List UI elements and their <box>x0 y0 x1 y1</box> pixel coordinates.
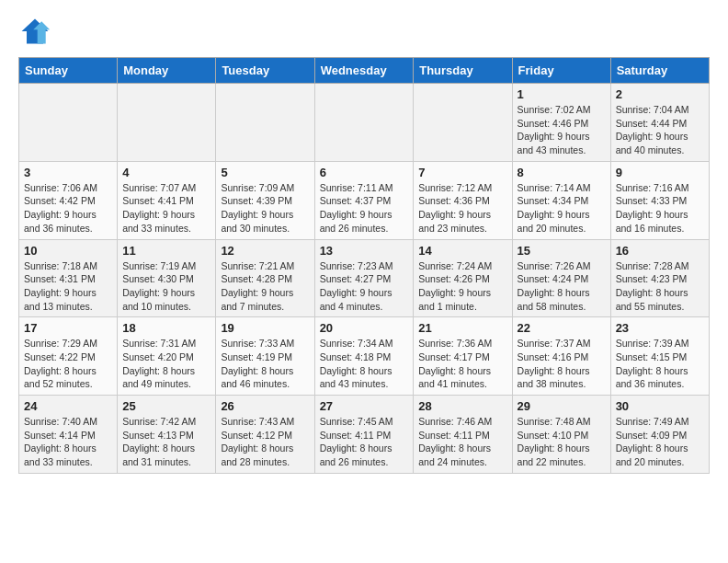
calendar-week-4: 24Sunrise: 7:40 AM Sunset: 4:14 PM Dayli… <box>19 396 710 474</box>
calendar-header-friday: Friday <box>512 58 610 84</box>
day-info: Sunrise: 7:24 AM Sunset: 4:26 PM Dayligh… <box>418 259 506 314</box>
day-number: 3 <box>24 166 112 179</box>
calendar-week-0: 1Sunrise: 7:02 AM Sunset: 4:46 PM Daylig… <box>19 84 710 162</box>
day-info: Sunrise: 7:02 AM Sunset: 4:46 PM Dayligh… <box>518 103 606 157</box>
calendar-cell: 5Sunrise: 7:09 AM Sunset: 4:39 PM Daylig… <box>216 161 314 239</box>
day-info: Sunrise: 7:42 AM Sunset: 4:13 PM Dayligh… <box>122 415 210 469</box>
calendar-cell <box>118 84 216 162</box>
calendar-cell: 20Sunrise: 7:34 AM Sunset: 4:18 PM Dayli… <box>314 317 414 396</box>
day-info: Sunrise: 7:23 AM Sunset: 4:27 PM Dayligh… <box>320 259 409 314</box>
calendar-cell <box>414 84 512 162</box>
day-info: Sunrise: 7:34 AM Sunset: 4:18 PM Dayligh… <box>320 337 409 391</box>
day-info: Sunrise: 7:19 AM Sunset: 4:30 PM Dayligh… <box>122 259 210 314</box>
logo-icon <box>18 15 51 48</box>
calendar-cell: 22Sunrise: 7:37 AM Sunset: 4:16 PM Dayli… <box>512 317 610 396</box>
day-number: 21 <box>418 321 506 335</box>
day-number: 17 <box>24 321 112 335</box>
calendar-header-thursday: Thursday <box>414 58 512 84</box>
calendar-cell: 18Sunrise: 7:31 AM Sunset: 4:20 PM Dayli… <box>118 317 216 396</box>
day-info: Sunrise: 7:48 AM Sunset: 4:10 PM Dayligh… <box>518 415 606 469</box>
page-container: SundayMondayTuesdayWednesdayThursdayFrid… <box>0 0 728 488</box>
day-number: 6 <box>320 166 409 179</box>
day-number: 1 <box>518 87 606 101</box>
day-info: Sunrise: 7:45 AM Sunset: 4:11 PM Dayligh… <box>320 415 409 469</box>
calendar-cell: 19Sunrise: 7:33 AM Sunset: 4:19 PM Dayli… <box>216 317 314 396</box>
day-info: Sunrise: 7:36 AM Sunset: 4:17 PM Dayligh… <box>418 337 506 391</box>
calendar-cell <box>216 84 314 162</box>
calendar-cell: 3Sunrise: 7:06 AM Sunset: 4:42 PM Daylig… <box>19 161 118 239</box>
day-info: Sunrise: 7:40 AM Sunset: 4:14 PM Dayligh… <box>24 415 112 469</box>
day-number: 9 <box>616 166 704 179</box>
calendar-cell: 30Sunrise: 7:49 AM Sunset: 4:09 PM Dayli… <box>610 396 709 474</box>
day-info: Sunrise: 7:37 AM Sunset: 4:16 PM Dayligh… <box>518 337 606 391</box>
day-info: Sunrise: 7:26 AM Sunset: 4:24 PM Dayligh… <box>518 259 606 314</box>
calendar-cell <box>314 84 414 162</box>
day-number: 24 <box>24 399 112 413</box>
header <box>18 15 710 48</box>
day-number: 8 <box>518 166 606 179</box>
day-number: 2 <box>616 87 704 101</box>
day-info: Sunrise: 7:09 AM Sunset: 4:39 PM Dayligh… <box>221 181 309 236</box>
day-info: Sunrise: 7:12 AM Sunset: 4:36 PM Dayligh… <box>418 181 506 236</box>
calendar-cell: 27Sunrise: 7:45 AM Sunset: 4:11 PM Dayli… <box>314 396 414 474</box>
day-info: Sunrise: 7:07 AM Sunset: 4:41 PM Dayligh… <box>122 181 210 236</box>
day-number: 5 <box>221 166 309 179</box>
day-info: Sunrise: 7:28 AM Sunset: 4:23 PM Dayligh… <box>616 259 704 314</box>
calendar-cell: 13Sunrise: 7:23 AM Sunset: 4:27 PM Dayli… <box>314 239 414 317</box>
calendar-header-saturday: Saturday <box>610 58 709 84</box>
day-number: 30 <box>616 399 704 413</box>
calendar-header-monday: Monday <box>118 58 216 84</box>
day-info: Sunrise: 7:46 AM Sunset: 4:11 PM Dayligh… <box>418 415 506 469</box>
calendar-week-3: 17Sunrise: 7:29 AM Sunset: 4:22 PM Dayli… <box>19 317 710 396</box>
day-number: 13 <box>320 244 409 258</box>
calendar-cell: 8Sunrise: 7:14 AM Sunset: 4:34 PM Daylig… <box>512 161 610 239</box>
calendar-header-sunday: Sunday <box>19 58 118 84</box>
calendar-cell: 12Sunrise: 7:21 AM Sunset: 4:28 PM Dayli… <box>216 239 314 317</box>
day-number: 29 <box>518 399 606 413</box>
day-number: 27 <box>320 399 409 413</box>
day-info: Sunrise: 7:39 AM Sunset: 4:15 PM Dayligh… <box>616 337 704 391</box>
calendar-cell: 25Sunrise: 7:42 AM Sunset: 4:13 PM Dayli… <box>118 396 216 474</box>
day-info: Sunrise: 7:14 AM Sunset: 4:34 PM Dayligh… <box>518 181 606 236</box>
day-number: 4 <box>122 166 210 179</box>
day-number: 10 <box>24 244 112 258</box>
day-number: 18 <box>122 321 210 335</box>
calendar-week-1: 3Sunrise: 7:06 AM Sunset: 4:42 PM Daylig… <box>19 161 710 239</box>
calendar-cell: 26Sunrise: 7:43 AM Sunset: 4:12 PM Dayli… <box>216 396 314 474</box>
day-number: 14 <box>418 244 506 258</box>
day-info: Sunrise: 7:18 AM Sunset: 4:31 PM Dayligh… <box>24 259 112 314</box>
calendar-cell: 23Sunrise: 7:39 AM Sunset: 4:15 PM Dayli… <box>610 317 709 396</box>
day-info: Sunrise: 7:16 AM Sunset: 4:33 PM Dayligh… <box>616 181 704 236</box>
calendar-cell: 29Sunrise: 7:48 AM Sunset: 4:10 PM Dayli… <box>512 396 610 474</box>
day-number: 12 <box>221 244 309 258</box>
calendar-cell: 7Sunrise: 7:12 AM Sunset: 4:36 PM Daylig… <box>414 161 512 239</box>
calendar-cell: 11Sunrise: 7:19 AM Sunset: 4:30 PM Dayli… <box>118 239 216 317</box>
day-info: Sunrise: 7:06 AM Sunset: 4:42 PM Dayligh… <box>24 181 112 236</box>
day-number: 26 <box>221 399 309 413</box>
calendar-week-2: 10Sunrise: 7:18 AM Sunset: 4:31 PM Dayli… <box>19 239 710 317</box>
day-info: Sunrise: 7:11 AM Sunset: 4:37 PM Dayligh… <box>320 181 409 236</box>
calendar-table: SundayMondayTuesdayWednesdayThursdayFrid… <box>18 57 710 474</box>
calendar-cell: 9Sunrise: 7:16 AM Sunset: 4:33 PM Daylig… <box>610 161 709 239</box>
calendar-cell: 14Sunrise: 7:24 AM Sunset: 4:26 PM Dayli… <box>414 239 512 317</box>
calendar-cell: 2Sunrise: 7:04 AM Sunset: 4:44 PM Daylig… <box>610 84 709 162</box>
day-info: Sunrise: 7:29 AM Sunset: 4:22 PM Dayligh… <box>24 337 112 391</box>
calendar-cell: 6Sunrise: 7:11 AM Sunset: 4:37 PM Daylig… <box>314 161 414 239</box>
calendar-cell: 28Sunrise: 7:46 AM Sunset: 4:11 PM Dayli… <box>414 396 512 474</box>
calendar-header-wednesday: Wednesday <box>314 58 414 84</box>
calendar-cell: 10Sunrise: 7:18 AM Sunset: 4:31 PM Dayli… <box>19 239 118 317</box>
day-info: Sunrise: 7:33 AM Sunset: 4:19 PM Dayligh… <box>221 337 309 391</box>
day-info: Sunrise: 7:31 AM Sunset: 4:20 PM Dayligh… <box>122 337 210 391</box>
calendar-header-tuesday: Tuesday <box>216 58 314 84</box>
calendar-cell: 1Sunrise: 7:02 AM Sunset: 4:46 PM Daylig… <box>512 84 610 162</box>
day-number: 16 <box>616 244 704 258</box>
calendar-cell: 24Sunrise: 7:40 AM Sunset: 4:14 PM Dayli… <box>19 396 118 474</box>
logo <box>18 15 55 48</box>
day-number: 11 <box>122 244 210 258</box>
day-number: 19 <box>221 321 309 335</box>
calendar-cell: 17Sunrise: 7:29 AM Sunset: 4:22 PM Dayli… <box>19 317 118 396</box>
day-info: Sunrise: 7:21 AM Sunset: 4:28 PM Dayligh… <box>221 259 309 314</box>
day-number: 22 <box>518 321 606 335</box>
day-number: 25 <box>122 399 210 413</box>
day-number: 23 <box>616 321 704 335</box>
